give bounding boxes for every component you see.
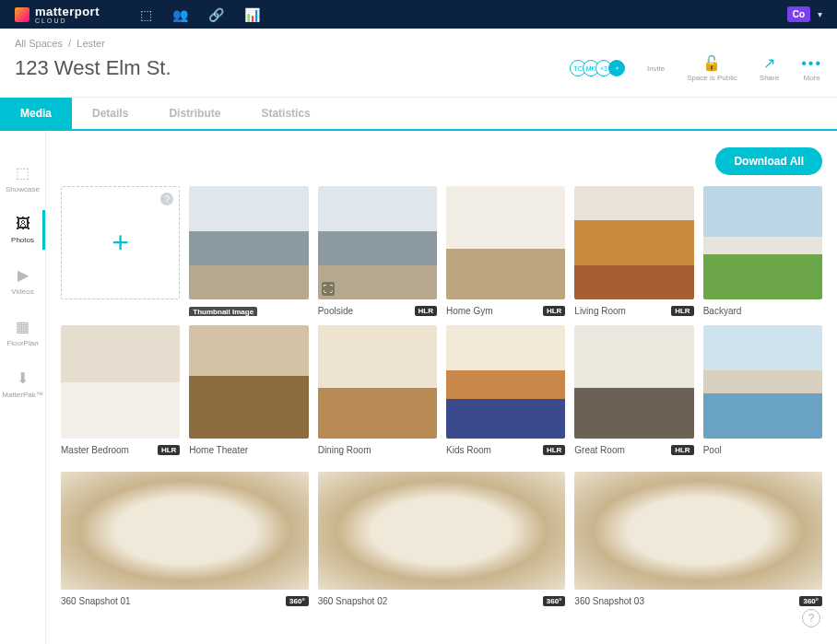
collaborator-avatars[interactable]: TC MK +3 ＋: [573, 60, 625, 76]
tab-distribute[interactable]: Distribute: [148, 98, 241, 129]
people-icon[interactable]: 👥: [172, 7, 188, 22]
sidebar-item-photos[interactable]: 🖼 Photos: [0, 205, 45, 255]
sidebar-item-label: FloorPlan: [6, 339, 38, 347]
photo-card[interactable]: Thumbnail Image: [189, 186, 308, 316]
photo-card[interactable]: Dining Room: [318, 325, 437, 455]
download-all-button[interactable]: Download All: [715, 147, 822, 175]
sidebar-item-label: Photos: [11, 236, 34, 244]
tab-details[interactable]: Details: [72, 98, 148, 129]
floorplan-icon: ▦: [16, 318, 29, 335]
privacy-action[interactable]: 🔓 Space is Public: [687, 54, 737, 82]
photo-caption: Great Room: [574, 445, 624, 455]
thumbnail-badge: Thumbnail Image: [189, 307, 257, 316]
hlr-badge: HLR: [415, 306, 437, 316]
breadcrumb-root[interactable]: All Spaces: [15, 38, 63, 49]
share-action[interactable]: ↗ Share: [760, 54, 779, 82]
sidebar-item-videos[interactable]: ▶ Videos: [0, 255, 45, 307]
tab-statistics[interactable]: Statistics: [241, 98, 330, 129]
photo-caption: Dining Room: [318, 445, 371, 455]
photo-card[interactable]: ⛶PoolsideHLR: [318, 186, 437, 316]
photo-thumbnail[interactable]: [318, 325, 437, 439]
link-icon[interactable]: 🔗: [208, 7, 224, 22]
invite-label: Invite: [647, 64, 665, 73]
more-label: More: [803, 74, 819, 82]
photo-card[interactable]: Backyard: [703, 186, 822, 316]
snapshot-caption: 360 Snapshot 02: [318, 596, 388, 606]
snapshot-card[interactable]: 360 Snapshot 02360°: [318, 472, 566, 606]
photo-card[interactable]: Kids RoomHLR: [446, 325, 565, 455]
brand-logo[interactable]: matterport CLOUD: [15, 6, 100, 24]
photo-thumbnail[interactable]: [446, 325, 565, 439]
hlr-badge: HLR: [671, 306, 693, 316]
sidebar-item-showcase[interactable]: ⬚ Showcase: [0, 153, 45, 205]
photo-card[interactable]: Pool: [703, 325, 822, 455]
photo-thumbnail[interactable]: [189, 325, 308, 439]
snapshot-caption: 360 Snapshot 03: [574, 596, 644, 606]
tabs: Media Details Distribute Statistics: [0, 98, 837, 131]
breadcrumb-current: Lester: [77, 38, 105, 49]
hlr-badge: HLR: [543, 306, 565, 316]
sidebar-item-matterpak[interactable]: ⬇ MatterPak™: [0, 358, 45, 410]
photo-caption: Poolside: [318, 306, 353, 316]
more-icon: •••: [801, 55, 822, 72]
brand-sub: CLOUD: [35, 18, 100, 24]
play-icon: ▶: [18, 266, 29, 284]
add-collaborator-icon[interactable]: ＋: [608, 60, 625, 76]
360-badge: 360°: [286, 596, 309, 606]
hlr-badge: HLR: [671, 445, 693, 455]
cube-icon[interactable]: ⬚: [140, 7, 152, 22]
unlock-icon: 🔓: [702, 54, 721, 72]
expand-icon[interactable]: ⛶: [322, 282, 335, 296]
photo-grid: + ? Thumbnail Image⛶PoolsideHLRHome GymH…: [61, 186, 822, 455]
more-action[interactable]: ••• More: [801, 55, 822, 82]
photo-card[interactable]: Great RoomHLR: [574, 325, 693, 455]
photo-thumbnail[interactable]: [703, 186, 822, 299]
upload-tile[interactable]: + ?: [61, 186, 180, 316]
breadcrumb: All Spaces / Lester: [0, 29, 837, 54]
snapshot-card[interactable]: 360 Snapshot 03360°: [574, 472, 822, 606]
chevron-down-icon[interactable]: ▾: [818, 9, 822, 19]
account-chip[interactable]: Co: [787, 6, 810, 22]
help-icon[interactable]: ?: [160, 193, 173, 205]
photo-thumbnail[interactable]: [574, 325, 693, 439]
photo-thumbnail[interactable]: [189, 186, 308, 299]
hlr-badge: HLR: [543, 445, 565, 455]
photo-thumbnail[interactable]: [61, 325, 180, 439]
photo-caption: Thumbnail Image: [189, 306, 257, 316]
invite-action[interactable]: Invite: [647, 64, 665, 73]
photo-card[interactable]: Home GymHLR: [446, 186, 565, 316]
image-icon: 🖼: [16, 216, 30, 232]
sidebar-item-label: Showcase: [6, 185, 40, 193]
photo-thumbnail[interactable]: [703, 325, 822, 439]
snapshot-thumbnail[interactable]: [61, 472, 309, 590]
photo-thumbnail[interactable]: ⛶: [318, 186, 437, 299]
hlr-badge: HLR: [158, 445, 180, 455]
stats-icon[interactable]: 📊: [244, 7, 260, 22]
share-label: Share: [760, 74, 779, 82]
media-sidebar: ⬚ Showcase 🖼 Photos ▶ Videos ▦ FloorPlan…: [0, 131, 46, 644]
snapshot-360-grid: 360 Snapshot 01360°360 Snapshot 02360°36…: [61, 472, 822, 606]
page-title: 123 West Elm St.: [15, 56, 171, 80]
photo-caption: Living Room: [574, 306, 626, 316]
360-badge: 360°: [799, 596, 822, 606]
photo-thumbnail[interactable]: [574, 186, 693, 299]
tab-media[interactable]: Media: [0, 98, 72, 129]
photo-card[interactable]: Master BedroomHLR: [61, 325, 180, 455]
sidebar-item-floorplan[interactable]: ▦ FloorPlan: [0, 307, 45, 358]
privacy-label: Space is Public: [687, 74, 737, 82]
photo-card[interactable]: Home Theater: [189, 325, 308, 455]
snapshot-card[interactable]: 360 Snapshot 01360°: [61, 472, 309, 606]
brand-mark-icon: [15, 7, 29, 22]
snapshot-thumbnail[interactable]: [318, 472, 566, 590]
brand-name: matterport: [35, 5, 100, 18]
package-icon: ⬇: [17, 369, 29, 387]
photo-caption: Master Bedroom: [61, 445, 129, 455]
snapshot-thumbnail[interactable]: [574, 472, 822, 590]
top-navbar: matterport CLOUD ⬚ 👥 🔗 📊 Co ▾: [0, 0, 837, 29]
photo-thumbnail[interactable]: [446, 186, 565, 299]
share-icon: ↗: [763, 54, 775, 72]
page-help-icon[interactable]: ?: [802, 609, 820, 627]
photo-caption: Backyard: [703, 306, 742, 316]
photo-card[interactable]: Living RoomHLR: [574, 186, 693, 316]
cube-icon: ⬚: [16, 164, 29, 181]
